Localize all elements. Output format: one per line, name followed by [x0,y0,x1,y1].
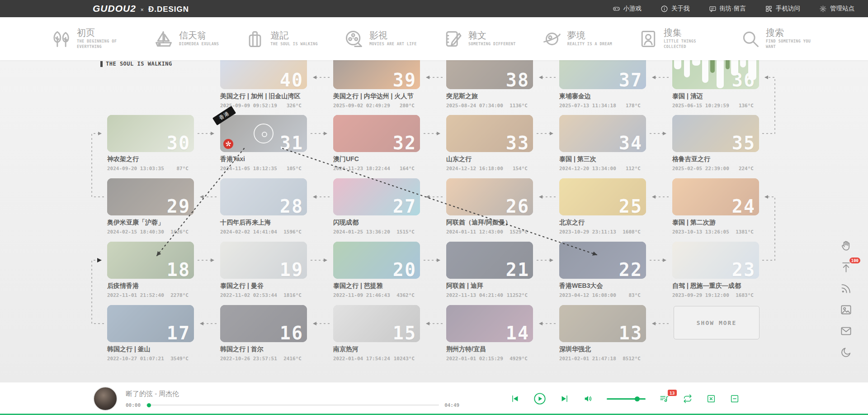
back-to-top-button[interactable]: 100 [839,260,853,274]
mini-mode-button[interactable] [730,394,740,404]
progress-bar[interactable] [146,405,439,405]
post-number: 31 [280,134,303,152]
nav-item-travel-notes[interactable]: 遊記THE SOUL IS WALKING [245,29,318,49]
post-date: 2022-11-02 02:53:44 [220,292,277,298]
post-card-24[interactable]: 24泰国 | 第二次游2023-10-13 13:26:051381°C [672,178,759,235]
post-title: 深圳华强北 [559,345,646,353]
post-meta: 2022-11-02 02:53:441816°C [220,292,307,298]
photo-icon [840,304,852,316]
nav-item-search[interactable]: 搜索FIND SOMETHING YOU WANT [741,28,816,50]
post-card-16[interactable]: 16韩国之行 | 首尔2022-10-26 23:57:512416°C [220,305,307,362]
post-card-25[interactable]: 25北京之行2023-10-29 23:11:131608°C [559,178,646,235]
post-card-20[interactable]: 20泰国之行 | 芭提雅2022-11-09 21:46:434362°C [333,242,420,298]
topbar-item-mini-games[interactable]: 小游戏 [613,5,642,13]
post-number: 25 [619,197,642,215]
post-card-37[interactable]: 37柬埔寨金边2025-07-13 11:34:18178°C [559,60,646,109]
post-card-15[interactable]: 15南京热河2022-01-04 17:54:2410243°C [333,305,420,362]
volume-button[interactable] [583,394,593,404]
paint-drip-decoration [731,60,738,76]
post-date: 2024-02-02 14:41:04 [220,229,277,235]
applaud-button[interactable] [839,239,853,253]
post-card-35[interactable]: 35格鲁吉亚之行2025-02-05 22:39:00224°C [672,115,759,172]
paint-drip-decoration [692,60,700,66]
playlist-button[interactable]: 13 [659,394,669,404]
post-thumbnail: 30 [107,115,194,152]
post-heat: 11252°C [507,292,528,298]
post-thumbnail: 21 [446,242,533,279]
post-card-36[interactable]: 36泰国 | 清迈2025-06-15 10:29:59136°C [672,60,759,109]
post-card-28[interactable]: 28十四年后再来上海2024-02-02 14:41:041596°C [220,178,307,235]
post-thumbnail: 24 [672,178,759,215]
post-card-22[interactable]: 22香港WEB3大会2023-04-12 16:08:0083°C [559,242,646,298]
post-thumbnail: 20 [333,242,420,279]
post-card-26[interactable]: 26阿联酋（迪拜/阿姬曼）2024-01-11 12:43:001529°C [446,178,533,235]
post-date: 2025-02-05 22:39:00 [672,166,729,172]
post-card-31[interactable]: 香港31香港Taxi2024-11-05 18:12:35105°C [220,115,307,172]
loop-mode-button[interactable] [683,394,693,404]
post-heat: 2416°C [283,356,302,362]
nav-subtitle: THE SOUL IS WALKING [270,42,318,47]
nav-title: 雜文 [468,30,516,40]
rss-button[interactable] [839,281,853,295]
lyrics-toggle-button[interactable] [706,394,716,404]
nav-subtitle: SOMETHING DIFFERENT [468,42,516,47]
post-number: 27 [393,197,416,215]
previous-track-button[interactable] [510,394,520,404]
post-card-19[interactable]: 19泰国之行 | 曼谷2022-11-02 02:53:441816°C [220,242,307,298]
gallery-button[interactable] [839,303,853,316]
topbar-item-guestbook[interactable]: 街坊·留言 [709,5,746,13]
nav-item-collections[interactable]: 搜集LITTLE THINGS COLLECTED [638,28,714,50]
track-title: 断了的弦 - 周杰伦 [126,390,487,398]
post-card-39[interactable]: 39美国之行 | 内华达州 | 火人节2025-09-02 02:49:2928… [333,60,420,109]
topbar-item-site-admin[interactable]: 管理站点 [819,5,854,13]
loop-icon [683,394,693,404]
post-card-13[interactable]: 13深圳华强北2021-02-01 21:47:188512°C [559,305,646,362]
album-art[interactable] [93,386,118,411]
post-meta: 2024-09-20 13:03:3587°C [107,166,194,172]
show-more-button[interactable]: SHOW MORE [674,306,760,339]
nav-item-essays[interactable]: 雜文SOMETHING DIFFERENT [443,29,516,49]
nav-item-diomedea[interactable]: 信天翁DIOMEDEA EXULANS [154,29,219,49]
site-logo[interactable]: GUDOU2 × Ð.DESIGN [93,3,189,14]
post-card-17[interactable]: 17韩国之行 | 釜山2022-10-27 01:07:213549°C [107,305,194,362]
post-card-21[interactable]: 21阿联酋 | 迪拜2022-11-13 04:21:4011252°C [446,242,533,298]
post-card-34[interactable]: 34泰国 | 第三次2024-12-20 13:34:00112°C [559,115,646,172]
nav-item-dreams[interactable]: 夢境REALITY IS A DREAM [542,29,612,49]
post-number: 16 [280,324,303,342]
progress-knob[interactable] [147,403,151,407]
post-number: 40 [280,71,303,89]
post-date: 2023-10-29 23:11:13 [559,229,616,235]
post-card-32[interactable]: 32澳门UFC2024-11-23 18:22:44164°C [333,115,420,172]
qr-icon [765,5,773,13]
play-button[interactable] [533,392,546,405]
nav-item-home[interactable]: 初页THE BEGINNING OF EVERYTHING [52,28,127,50]
contact-mail-button[interactable] [839,324,853,338]
post-card-29[interactable]: 29奥伊米亚康「沪蓉」2024-02-15 18:40:301626°C [107,178,194,235]
compass-ring-overlay [254,124,274,143]
post-card-30[interactable]: 30神农架之行2024-09-20 13:03:3587°C [107,115,194,172]
post-card-40[interactable]: 40美国之行 | 加州 | 旧金山湾区2025-09-09 09:52:1932… [220,60,307,109]
post-meta: 2023-10-29 23:11:131608°C [559,229,646,235]
post-date: 2025-06-15 10:29:59 [672,103,729,109]
post-card-14[interactable]: 14荆州方特/宜昌2022-01-01 02:15:294929°C [446,305,533,362]
post-card-18[interactable]: 18后疫情香港2022-11-01 21:52:402278°C [107,242,194,298]
post-card-23[interactable]: 23自驾 | 恩施—重庆—成都2023-09-29 19:12:001683°C [672,242,759,298]
post-number: 23 [732,261,755,279]
topbar-item-about-me[interactable]: 关于我 [660,5,690,13]
topbar-item-label: 小游戏 [623,5,642,13]
post-meta: 2022-01-04 17:54:2410243°C [333,356,420,362]
volume-knob[interactable] [635,396,640,401]
post-card-38[interactable]: 38突尼斯之旅2025-08-24 07:34:001136°C [446,60,533,109]
post-thumbnail: 26 [446,178,533,215]
post-date: 2022-11-01 21:52:40 [107,292,164,298]
post-thumbnail: 38 [446,60,533,89]
dark-mode-button[interactable] [839,345,853,359]
nav-item-movies[interactable]: 影視MOVIES ARE ART LIFE [344,29,417,49]
topbar-item-mobile-access[interactable]: 手机访问 [765,5,800,13]
post-card-33[interactable]: 33山东之行2024-12-12 16:18:00154°C [446,115,533,172]
post-meta: 2022-11-13 04:21:4011252°C [446,292,533,298]
volume-slider[interactable] [607,398,646,400]
paint-drip-decoration [717,60,724,88]
post-card-27[interactable]: 27闪现成都2024-01-25 13:36:201515°C [333,178,420,235]
next-track-button[interactable] [560,394,570,404]
